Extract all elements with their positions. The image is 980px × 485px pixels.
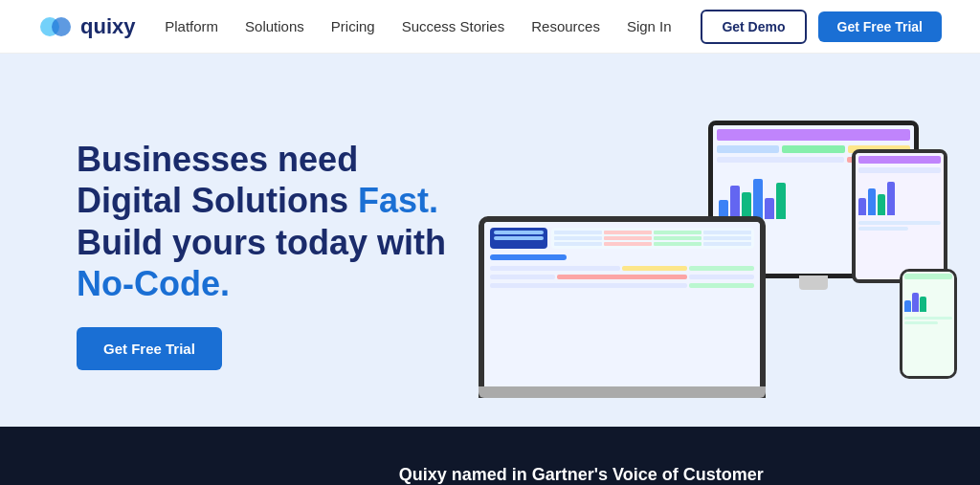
hero-highlight: Fast. <box>358 181 438 220</box>
nav-sign-in[interactable]: Sign In <box>627 18 672 34</box>
bottom-content: Quixy named in Gartner's Voice of Custom… <box>399 465 782 485</box>
nav-links: Platform Solutions Pricing Success Stori… <box>165 18 671 35</box>
phone-device <box>900 269 957 379</box>
hero-image <box>479 111 938 398</box>
nav-success-stories[interactable]: Success Stories <box>402 18 505 34</box>
logo[interactable]: quixy <box>38 14 135 39</box>
hero-title: Businesses need Digital Solutions Fast. … <box>77 139 479 304</box>
get-free-trial-nav-button[interactable]: Get Free Trial <box>818 11 942 42</box>
nav-resources[interactable]: Resources <box>531 18 600 34</box>
bottom-title: Quixy named in Gartner's Voice of Custom… <box>399 465 782 485</box>
svg-point-1 <box>52 17 71 36</box>
nav-pricing[interactable]: Pricing <box>331 18 375 34</box>
nav-platform[interactable]: Platform <box>165 18 218 34</box>
nav-solutions[interactable]: Solutions <box>245 18 304 34</box>
nav-actions: Get Demo Get Free Trial <box>701 10 942 44</box>
laptop-device <box>479 216 766 398</box>
laptop-base <box>479 386 766 398</box>
devices-mockup <box>479 121 938 398</box>
bottom-section: ★ ★ ★ Gartner peerinsights™ Quixy named … <box>0 427 980 485</box>
tablet-device <box>852 149 947 283</box>
navbar: quixy Platform Solutions Pricing Success… <box>0 0 980 54</box>
get-demo-button[interactable]: Get Demo <box>701 10 806 44</box>
logo-text: quixy <box>80 14 135 39</box>
hero-content: Businesses need Digital Solutions Fast. … <box>77 139 479 370</box>
quixy-logo-icon <box>38 15 73 38</box>
monitor-stand <box>799 276 828 290</box>
hero-section: Businesses need Digital Solutions Fast. … <box>0 54 980 427</box>
hero-nocode: No-Code. <box>77 264 230 303</box>
get-free-trial-hero-button[interactable]: Get Free Trial <box>77 327 222 370</box>
